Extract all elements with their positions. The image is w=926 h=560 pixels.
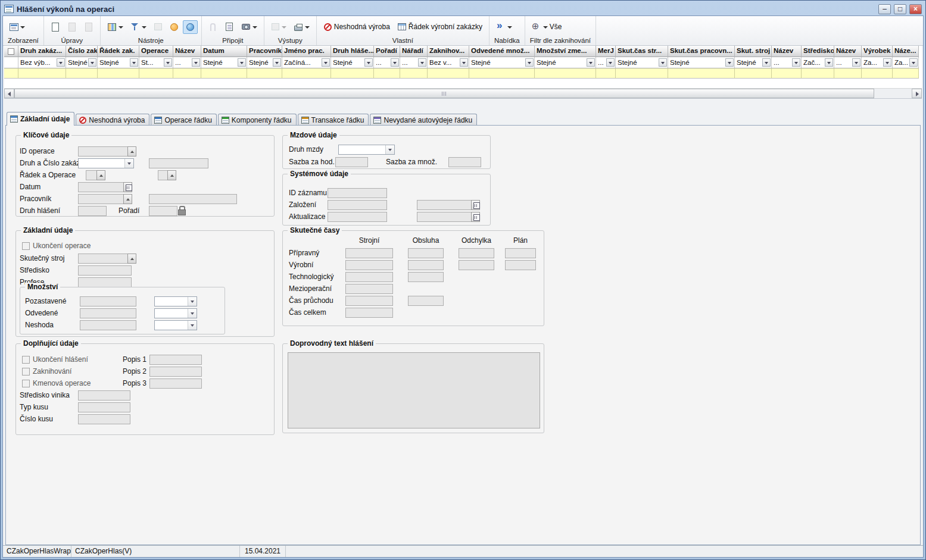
vyrobni-plan-field[interactable]: [505, 260, 536, 270]
scroll-right-button[interactable]: [912, 89, 922, 98]
filter-dropdown-stredisko[interactable]: Zač...: [802, 57, 834, 68]
filter-dropdown-skut-cas-pracovn[interactable]: Stejné: [668, 57, 735, 68]
row-select-cell[interactable]: [4, 68, 18, 79]
tab-neshodna-vyroba[interactable]: Neshodná výroba: [76, 114, 149, 126]
doprovodny-text-area[interactable]: [288, 352, 540, 428]
ukonceni-hlaseni-checkbox[interactable]: [22, 356, 30, 364]
zalozeni-field[interactable]: [328, 200, 387, 210]
scrollbar-track[interactable]: [874, 89, 912, 98]
zalozeni-datum-field[interactable]: [417, 200, 472, 210]
neshoda-combo[interactable]: [154, 320, 197, 330]
filter-dropdown-vyrobek[interactable]: Za...: [862, 57, 893, 68]
column-header-nazev[interactable]: Název: [173, 46, 201, 57]
pracovnik-jmeno-field[interactable]: [149, 194, 237, 204]
column-header-jmeno-prac[interactable]: Jméno prac.: [282, 46, 331, 57]
filter-dropdown-druh-hlase[interactable]: Stejné: [331, 57, 374, 68]
kmenova-operace-checkbox[interactable]: [22, 380, 30, 387]
id-operace-lookup-button[interactable]: [127, 146, 136, 157]
pripravny-obsluha-field[interactable]: [408, 248, 444, 258]
column-header-skut-cas-str[interactable]: Skut.čas str...: [616, 46, 668, 57]
grid-cell[interactable]: [400, 68, 428, 79]
column-header-nazev[interactable]: Název: [772, 46, 802, 57]
refresh-button[interactable]: [167, 20, 182, 34]
druh-zakazky-combo[interactable]: [78, 158, 134, 168]
cislo-zakazky-field[interactable]: [149, 158, 208, 168]
scrollbar-thumb[interactable]: [14, 89, 874, 98]
menu-button[interactable]: [493, 20, 515, 34]
column-header-skut-cas-pracovn[interactable]: Skut.čas pracovn...: [668, 46, 735, 57]
filter-dropdown-pracovnik[interactable]: Stejné: [247, 57, 282, 68]
grid-cell[interactable]: [66, 68, 98, 79]
column-header-operace[interactable]: Operace: [139, 46, 173, 57]
popis-2-field[interactable]: [149, 367, 202, 377]
druh-hlaseni-field[interactable]: [78, 206, 107, 216]
filter-dropdown-nazev[interactable]: ...: [772, 57, 802, 68]
technologicky-strojni-field[interactable]: [345, 272, 393, 282]
filter-dropdown-naze[interactable]: Za...: [893, 57, 919, 68]
aktualizace-datum-field[interactable]: [417, 212, 472, 222]
skutecny-stroj-lookup-button[interactable]: [127, 254, 136, 264]
grid-data-row[interactable]: [4, 68, 922, 79]
column-header-cislo-zak[interactable]: Číslo zak.: [66, 46, 98, 57]
grid-cell[interactable]: [596, 68, 616, 79]
operace-lookup-button[interactable]: [167, 170, 176, 180]
aktualizace-field[interactable]: [328, 212, 387, 222]
tab-transakce-radku[interactable]: Transakce řádku: [298, 114, 369, 126]
cislo-kusu-field[interactable]: [78, 414, 130, 424]
profese-field[interactable]: [78, 277, 132, 287]
grid-cell[interactable]: [98, 68, 139, 79]
grid-cell[interactable]: [331, 68, 374, 79]
filter-dropdown-nazev[interactable]: ...: [834, 57, 862, 68]
maximize-button[interactable]: □: [894, 4, 906, 14]
grid-cell[interactable]: [535, 68, 596, 79]
sazba-za-mnoz-field[interactable]: [448, 157, 481, 167]
grid-cell[interactable]: [139, 68, 173, 79]
radek-field[interactable]: [86, 170, 97, 180]
pracovnik-field[interactable]: [78, 194, 124, 204]
pozastavene-field[interactable]: [80, 296, 136, 306]
druh-mzdy-combo[interactable]: [338, 145, 395, 155]
column-header-druh-hlase[interactable]: Druh hláše...: [331, 46, 374, 57]
column-header-merj[interactable]: MerJ: [596, 46, 616, 57]
filter-dropdown-druh-zakaz[interactable]: Bez výb...: [18, 57, 66, 68]
grid-cell[interactable]: [834, 68, 862, 79]
tab-operace-radku[interactable]: Operace řádku: [151, 114, 216, 126]
column-header-nazev[interactable]: Název: [834, 46, 862, 57]
filter-dropdown-operace[interactable]: St...: [139, 57, 173, 68]
grid-cell[interactable]: [374, 68, 400, 79]
grid-cell[interactable]: [428, 68, 469, 79]
grid-cell[interactable]: [173, 68, 201, 79]
grid-cell[interactable]: [668, 68, 735, 79]
column-header-poradi[interactable]: Pořadí: [374, 46, 400, 57]
poradi-field[interactable]: [149, 206, 177, 216]
odvedene-combo[interactable]: [154, 308, 197, 318]
column-header-skut-stroj[interactable]: Skut. stroj: [735, 46, 772, 57]
cas-pruchodu-strojni-field[interactable]: [345, 296, 393, 306]
view-button[interactable]: [7, 20, 28, 34]
vyrobni-odchylka-field[interactable]: [459, 260, 494, 270]
datum-field[interactable]: [78, 182, 124, 192]
column-header-stredisko[interactable]: Středisko: [802, 46, 834, 57]
tab-komponenty-radku[interactable]: Komponenty řádku: [218, 114, 297, 126]
close-button[interactable]: ×: [909, 4, 922, 14]
horizontal-scrollbar[interactable]: [4, 88, 922, 98]
filter-dropdown-skut-stroj[interactable]: Stejné: [735, 57, 772, 68]
pozastavene-combo[interactable]: [154, 296, 197, 306]
select-all-header-cell[interactable]: [4, 46, 18, 57]
new-record-button[interactable]: [48, 20, 63, 34]
grid-cell[interactable]: [247, 68, 282, 79]
radek-lookup-button[interactable]: [96, 170, 105, 180]
column-header-datum[interactable]: Datum: [201, 46, 247, 57]
grid-cell[interactable]: [201, 68, 247, 79]
neshodna-vyroba-button[interactable]: Neshodná výroba: [320, 20, 393, 34]
filter-dropdown-nazev[interactable]: ...: [173, 57, 201, 68]
aktualizace-calendar-button[interactable]: [471, 212, 480, 222]
grid-cell[interactable]: [282, 68, 331, 79]
vyrobni-obsluha-field[interactable]: [408, 260, 444, 270]
filtr-zaknihovani-button[interactable]: Vše: [529, 20, 565, 34]
technologicky-obsluha-field[interactable]: [408, 272, 444, 282]
filter-dropdown-zaknihov[interactable]: Bez v...: [428, 57, 469, 68]
filter-dropdown-jmeno-prac[interactable]: Začíná...: [282, 57, 331, 68]
column-header-pracovnik[interactable]: Pracovník: [247, 46, 282, 57]
filter-dropdown-poradi[interactable]: ...: [374, 57, 400, 68]
